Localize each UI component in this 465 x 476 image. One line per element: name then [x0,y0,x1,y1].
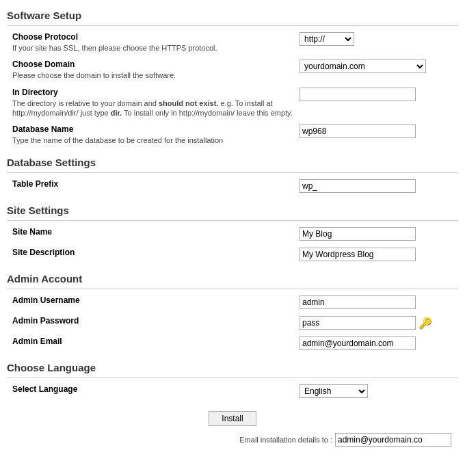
site-name-title: Site Name [12,227,293,237]
table-prefix-label-block: Table Prefix [12,179,300,190]
admin-account-section: Admin Account Admin Username Admin Passw… [7,269,458,354]
in-directory-label-block: In Directory The directory is relative t… [12,88,300,118]
admin-email-row: Admin Email [7,333,458,354]
email-footer: Email installation details to : [7,430,458,451]
install-section: Install [7,401,458,430]
in-directory-desc: The directory is relative to your domain… [12,98,293,118]
admin-username-control [300,295,453,309]
site-name-input[interactable] [300,227,416,241]
in-directory-desc-bold: should not exist. [159,99,218,107]
database-name-row: Database Name Type the name of the datab… [7,121,458,148]
table-prefix-input[interactable] [300,179,416,193]
database-name-title: Database Name [12,124,293,134]
choose-domain-row: Choose Domain Please choose the domain t… [7,56,458,83]
table-prefix-title: Table Prefix [12,179,293,189]
language-select[interactable]: English [300,384,368,398]
database-name-control [300,124,453,138]
page-wrapper: Software Setup Choose Protocol If your s… [0,0,465,456]
domain-select[interactable]: yourdomain.com [300,60,426,73]
in-directory-desc-end: To install only in http://mydomain/ leav… [122,109,293,117]
choose-protocol-row: Choose Protocol If your site has SSL, th… [7,29,458,56]
admin-username-input[interactable] [300,295,416,309]
choose-domain-title: Choose Domain [12,60,293,69]
site-settings-divider [7,220,458,221]
choose-protocol-control: http:// https:// [300,32,453,46]
admin-email-label-block: Admin Email [12,336,300,347]
site-description-row: Site Description [7,244,458,265]
database-name-input[interactable] [300,124,416,138]
install-button[interactable]: Install [209,411,256,426]
admin-email-title: Admin Email [12,336,293,346]
select-language-title: Select Language [12,384,293,394]
in-directory-desc-plain: The directory is relative to your domain… [12,99,159,107]
database-name-desc: Type the name of the database to be crea… [12,135,293,145]
choose-domain-control: yourdomain.com [300,60,453,73]
choose-language-title: Choose Language [7,358,458,376]
table-prefix-control [300,179,453,193]
protocol-select[interactable]: http:// https:// [300,32,354,46]
in-directory-title: In Directory [12,88,293,97]
site-settings-section: Site Settings Site Name Site Description [7,200,458,265]
select-language-row: Select Language English [7,381,458,401]
email-footer-input[interactable] [335,433,451,447]
admin-password-label-block: Admin Password [12,316,300,327]
select-language-control: English [300,384,453,398]
in-directory-control [300,88,453,101]
choose-domain-desc: Please choose the domain to install the … [12,70,293,80]
site-settings-title: Site Settings [7,200,458,219]
choose-protocol-desc: If your site has SSL, then please choose… [12,43,293,53]
key-icon[interactable]: 🔑 [418,317,432,330]
choose-language-divider [7,378,458,378]
admin-username-row: Admin Username [7,292,458,313]
admin-account-title: Admin Account [7,269,458,287]
admin-email-input[interactable] [300,336,416,350]
choose-protocol-label-block: Choose Protocol If your site has SSL, th… [12,32,300,53]
admin-password-control: 🔑 [300,316,453,330]
choose-domain-label-block: Choose Domain Please choose the domain t… [12,60,300,80]
in-directory-input[interactable] [300,88,416,101]
software-setup-title: Software Setup [7,5,458,24]
site-description-input[interactable] [300,248,416,261]
software-setup-section: Software Setup Choose Protocol If your s… [7,5,458,148]
site-name-label-block: Site Name [12,227,300,238]
admin-password-title: Admin Password [12,316,293,326]
in-directory-row: In Directory The directory is relative t… [7,84,458,122]
software-setup-divider [7,25,458,26]
site-description-title: Site Description [12,248,293,257]
database-settings-title: Database Settings [7,153,458,171]
choose-protocol-title: Choose Protocol [12,32,293,42]
table-prefix-row: Table Prefix [7,176,458,196]
database-settings-section: Database Settings Table Prefix [7,153,458,196]
admin-username-label-block: Admin Username [12,295,300,306]
database-name-label-block: Database Name Type the name of the datab… [12,124,300,145]
site-name-control [300,227,453,241]
site-name-row: Site Name [7,224,458,244]
select-language-label-block: Select Language [12,384,300,395]
site-description-label-block: Site Description [12,248,300,259]
site-description-control [300,248,453,261]
admin-password-input[interactable] [300,316,416,330]
in-directory-desc-bold2: dir. [111,109,122,117]
admin-account-divider [7,289,458,289]
email-footer-label: Email installation details to : [239,436,332,444]
database-settings-divider [7,172,458,173]
choose-language-section: Choose Language Select Language English [7,358,458,401]
admin-username-title: Admin Username [12,295,293,305]
admin-email-control [300,336,453,350]
admin-password-row: Admin Password 🔑 [7,313,458,333]
